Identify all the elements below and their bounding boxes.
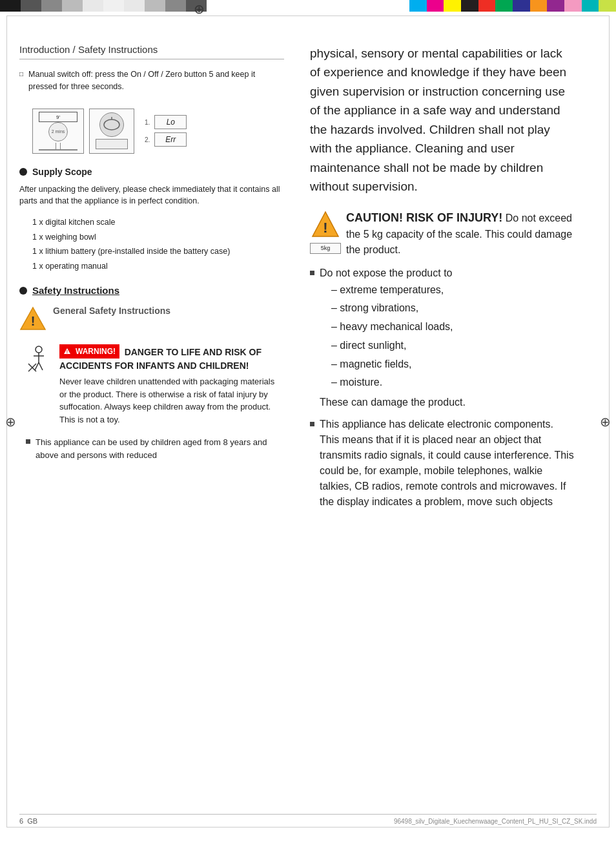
scale-stem <box>56 143 61 149</box>
scale-base-2 <box>96 139 128 149</box>
svg-line-8 <box>39 362 43 370</box>
footer-file: 96498_silv_Digitale_Kuechenwaage_Content… <box>394 818 597 825</box>
svg-line-7 <box>35 362 39 370</box>
warning-badge: ! WARNING! <box>59 344 119 359</box>
list-item: moisture. <box>331 373 466 392</box>
general-safety-box: ! General Safety Instructions <box>19 305 284 334</box>
caution-block: ! 5kg 5kg CAUTION! RISK OF INJURY! Do no… <box>310 209 575 258</box>
scale-bowl-icon <box>99 112 124 137</box>
svg-point-4 <box>36 346 42 353</box>
list-item: heavy mechanical loads, <box>331 318 466 337</box>
do-not-expose-footer: These can damage the product. <box>320 395 466 410</box>
warning-block: ! WARNING! DANGER TO LIFE AND RISK OF AC… <box>25 344 284 426</box>
display-box-lo: Lo <box>154 115 187 129</box>
list-item: 1 x operating manual <box>32 259 284 274</box>
bullet-list: This appliance can be used by children a… <box>26 436 284 461</box>
list-item: extreme temperatures, <box>331 281 466 300</box>
reg-mark-right: ⊕ <box>600 414 611 430</box>
scale-diagram: 9' 2 mins <box>32 109 84 154</box>
warning-icons <box>25 344 53 378</box>
svg-text:!: ! <box>323 220 327 236</box>
display-label-1: 1. <box>145 119 150 126</box>
do-not-expose-item: Do not expose the product to extreme tem… <box>310 265 575 411</box>
bullet-square-2 <box>310 271 314 275</box>
svg-text:!: ! <box>31 314 36 328</box>
illustration-area: 9' 2 mins <box>19 109 284 154</box>
svg-point-0 <box>104 120 119 130</box>
section-title: Introduction / Safety Instructions <box>19 44 284 59</box>
caution-icon: ! 5kg 5kg <box>310 209 341 255</box>
warning-triangle-icon: ! <box>19 305 46 334</box>
general-safety-text: General Safety Instructions <box>53 305 170 317</box>
right-col-continued-text: physical, sensory or mental capabilities… <box>310 44 575 196</box>
left-column: Introduction / Safety Instructions □ Man… <box>19 44 297 516</box>
footer: 6 GB 96498_silv_Digitale_Kuechenwaage_Co… <box>19 814 597 825</box>
list-item: magnetic fields, <box>331 355 466 374</box>
scale-display: 9' <box>39 112 77 122</box>
bullet-square <box>26 439 30 444</box>
display-readings: 1. Lo 2. Err <box>145 115 187 147</box>
do-not-expose-list: extreme temperatures, strong vibrations,… <box>331 281 466 393</box>
children-text: This appliance can be used by children a… <box>36 436 284 461</box>
scale-base <box>39 149 77 151</box>
list-item: 1 x weighing bowl <box>32 230 284 245</box>
intro-text: Manual switch off: press the On / Off / … <box>28 68 284 93</box>
scale-diagram-2 <box>89 109 134 154</box>
page-number-locale: 6 GB <box>19 817 37 825</box>
weight-label: 5kg <box>310 243 341 255</box>
list-item: strong vibrations, <box>331 299 466 318</box>
caution-bold: CAUTION! RISK OF INJURY! <box>346 211 502 224</box>
bullet-square-3 <box>310 422 314 426</box>
checkbox-icon: □ <box>19 70 23 78</box>
caution-text: CAUTION! RISK OF INJURY! Do not exceed t… <box>346 209 575 258</box>
safety-instructions-heading: Safety Instructions <box>19 285 284 296</box>
right-column: physical, sensory or mental capabilities… <box>297 44 575 516</box>
children-bullet-item: This appliance can be used by children a… <box>26 436 284 461</box>
supply-scope-heading: Supply Scope <box>19 167 284 177</box>
do-not-expose-heading: Do not expose the product to <box>320 265 466 281</box>
electronic-text: This appliance has delicate electronic c… <box>320 417 575 510</box>
supply-scope-text: After unpacking the delivery, please che… <box>19 183 284 208</box>
electronic-bullet-item: This appliance has delicate electronic c… <box>310 417 575 510</box>
safety-bullet-dot <box>19 287 27 295</box>
svg-text:!: ! <box>67 349 68 354</box>
bullet-dot <box>19 168 27 176</box>
warning-body-text: Never leave children unattended with pac… <box>59 375 284 426</box>
supply-list: 1 x digital kitchen scale 1 x weighing b… <box>32 215 284 273</box>
reg-mark-left: ⊕ <box>5 414 16 430</box>
display-box-err: Err <box>154 132 187 147</box>
warning-text: ! WARNING! DANGER TO LIFE AND RISK OF AC… <box>59 344 284 426</box>
list-item: 1 x lithium battery (pre-installed insid… <box>32 244 284 259</box>
list-item: direct sunlight, <box>331 337 466 355</box>
scale-knob: 2 mins <box>48 122 68 141</box>
reg-mark-top-center: ⊕ <box>194 1 205 17</box>
list-item: 1 x digital kitchen scale <box>32 215 284 230</box>
display-label-2: 2. <box>145 136 150 143</box>
